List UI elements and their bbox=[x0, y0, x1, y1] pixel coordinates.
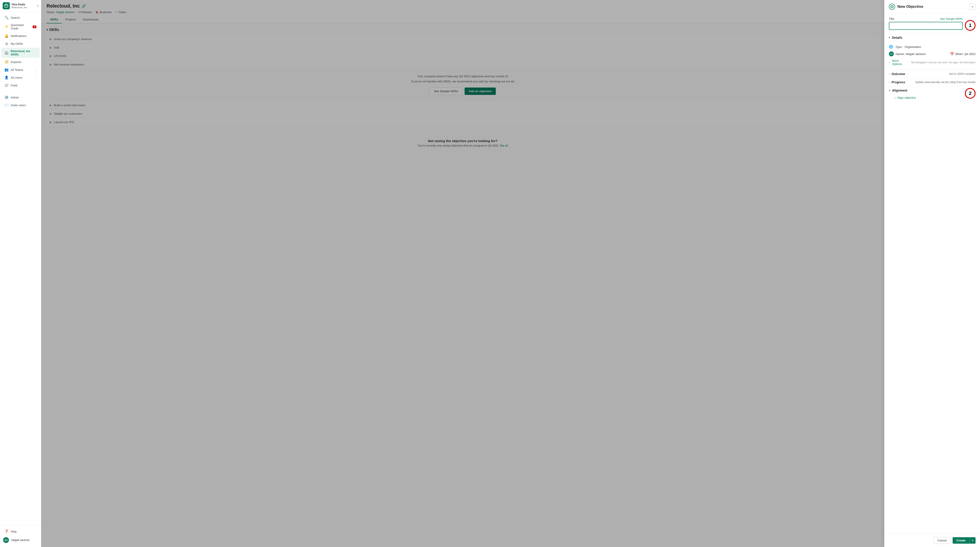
details-section-title: Details bbox=[892, 36, 975, 40]
type-label: Type: bbox=[896, 45, 902, 49]
help-icon: ❓ bbox=[5, 530, 8, 533]
outcome-right: Get to 100% complete bbox=[949, 72, 975, 75]
panel-title: New Objective bbox=[897, 5, 967, 9]
annotation-1: 1 bbox=[965, 20, 975, 31]
create-dropdown-button[interactable]: ▾ bbox=[969, 537, 975, 544]
search-icon: 🔍 bbox=[5, 16, 8, 20]
explorer-icon: 🧭 bbox=[5, 60, 8, 64]
sidebar-label-help: Help bbox=[11, 530, 37, 533]
main-overlay bbox=[41, 0, 884, 547]
create-button-group: Create ▾ bbox=[953, 537, 975, 544]
sidebar-label-search: Search bbox=[11, 16, 37, 19]
sidebar-item-myokrs[interactable]: ◎ My OKRs bbox=[2, 40, 40, 48]
quickstart-badge: 4 bbox=[32, 25, 37, 28]
sidebar-label-myokrs: My OKRs bbox=[11, 42, 37, 45]
sidebar-label-relecloud: Relecloud, Inc OKRs bbox=[11, 49, 37, 56]
sidebar-item-notifications[interactable]: 🔔 Notifications bbox=[2, 32, 40, 40]
progress-section-title: Progress bbox=[892, 80, 913, 84]
alignment-chevron-icon: ▾ bbox=[889, 89, 890, 92]
alignment-section-title: Alignment bbox=[892, 89, 963, 92]
title-field-label: Title bbox=[889, 17, 894, 21]
main-content: Relecloud, Inc 🔗 Owner: Abigail Jackson … bbox=[41, 0, 884, 547]
quickstart-icon: ⚡ bbox=[5, 25, 8, 29]
relecloud-icon: 🏢 bbox=[5, 51, 8, 55]
see-samples-link[interactable]: See Sample OKRs bbox=[940, 17, 963, 21]
title-input[interactable] bbox=[889, 22, 963, 30]
allusers-icon: 👤 bbox=[5, 75, 8, 80]
app-name: Viva Goals bbox=[11, 3, 35, 6]
progress-chevron-icon: › bbox=[889, 81, 890, 84]
admin-icon: ⚙️ bbox=[5, 95, 8, 99]
title-field-row: Title See Sample OKRs bbox=[889, 17, 963, 21]
type-row: 🌐 Type: Organization bbox=[889, 43, 975, 50]
calendar-icon: 📅 bbox=[950, 52, 954, 56]
more-options-chevron-icon: › bbox=[889, 61, 890, 64]
explorer-chevron-icon: › bbox=[36, 61, 37, 63]
alignment-annotation-wrapper: ▾ Alignment ↑ Align objective 2 bbox=[889, 86, 975, 100]
panel-close-button[interactable]: × bbox=[969, 3, 975, 10]
svg-point-0 bbox=[5, 4, 8, 8]
svg-point-1 bbox=[891, 5, 893, 8]
align-link-label: Align objective bbox=[897, 96, 916, 99]
sidebar: Viva Goals Relecloud, Inc ▾ 🔍 Search ⚡ Q… bbox=[0, 0, 41, 547]
sidebar-label-explorer: Explorer bbox=[11, 60, 33, 64]
outcome-section-header[interactable]: › Outcome Get to 100% complete bbox=[889, 70, 975, 78]
svg-point-2 bbox=[892, 7, 892, 8]
outcome-chevron-icon: › bbox=[889, 72, 890, 75]
allteams-chevron-icon: › bbox=[36, 68, 37, 71]
when-label: When: Q4 2022 bbox=[955, 52, 975, 56]
allusers-chevron-icon: › bbox=[36, 76, 37, 79]
sidebar-item-feed[interactable]: 📰 Feed bbox=[2, 81, 40, 89]
align-content: ↑ Align objective bbox=[889, 94, 963, 100]
sidebar-item-inviteusers[interactable]: ✉️ Invite Users bbox=[2, 101, 40, 109]
myokrs-icon: ◎ bbox=[5, 41, 8, 46]
panel-header: New Objective × bbox=[885, 0, 980, 14]
align-objective-link[interactable]: ↑ Align objective bbox=[894, 96, 963, 100]
sidebar-header[interactable]: Viva Goals Relecloud, Inc ▾ bbox=[0, 0, 41, 12]
inviteusers-icon: ✉️ bbox=[5, 103, 8, 107]
globe-icon: 🌐 bbox=[889, 45, 893, 49]
new-objective-panel: New Objective × Title See Sample OKRs 1 … bbox=[884, 0, 980, 547]
sidebar-item-help[interactable]: ❓ Help bbox=[2, 528, 40, 535]
cancel-button[interactable]: Cancel bbox=[933, 537, 951, 544]
sidebar-item-quickstart[interactable]: ⚡ Quickstart Guide 4 bbox=[2, 22, 40, 32]
sidebar-item-relecloud-okrs[interactable]: 🏢 Relecloud, Inc OKRs bbox=[2, 48, 40, 58]
sidebar-footer: ❓ Help AJ Abigail Jackson bbox=[0, 525, 41, 547]
details-section-header[interactable]: ▾ Details bbox=[889, 33, 975, 41]
details-chevron-icon: ▾ bbox=[889, 36, 890, 39]
title-annotation-wrapper: Title See Sample OKRs 1 bbox=[889, 17, 975, 33]
sidebar-item-search[interactable]: 🔍 Search bbox=[2, 14, 40, 21]
sidebar-user[interactable]: AJ Abigail Jackson bbox=[0, 536, 41, 545]
sidebar-item-allteams[interactable]: 👥 All Teams › bbox=[2, 66, 40, 73]
panel-body: Title See Sample OKRs 1 ▾ Details 🌐 Type… bbox=[885, 14, 980, 534]
more-options-label: More Options bbox=[892, 59, 909, 66]
details-content: 🌐 Type: Organization AJ Owner: Abigail J… bbox=[889, 41, 975, 70]
allteams-icon: 👥 bbox=[5, 68, 8, 72]
sidebar-expand-icon: ▾ bbox=[37, 5, 38, 7]
progress-right: Update automatically via the rollup from… bbox=[915, 81, 975, 84]
panel-title-icon bbox=[889, 3, 895, 10]
sidebar-label-quickstart: Quickstart Guide bbox=[11, 23, 30, 30]
sidebar-label-notifications: Notifications bbox=[11, 34, 37, 38]
sidebar-label-feed: Feed bbox=[11, 84, 37, 87]
progress-section-header[interactable]: › Progress Update automatically via the … bbox=[889, 78, 975, 86]
user-name: Abigail Jackson bbox=[11, 539, 30, 542]
sidebar-nav: 🔍 Search ⚡ Quickstart Guide 4 🔔 Notifica… bbox=[0, 12, 41, 525]
create-button[interactable]: Create bbox=[953, 537, 969, 544]
type-value: Organization bbox=[905, 45, 921, 49]
annotation-2: 2 bbox=[965, 88, 975, 99]
app-logo bbox=[3, 2, 10, 10]
more-options-row[interactable]: › More Options Not delegated • Anyone ca… bbox=[889, 58, 975, 67]
owner-label: Owner: Abigail Jackson bbox=[896, 52, 926, 56]
sidebar-item-admin[interactable]: ⚙️ Admin bbox=[2, 94, 40, 101]
owner-avatar: AJ bbox=[889, 51, 894, 56]
sidebar-label-allusers: All Users bbox=[11, 76, 33, 79]
sidebar-item-explorer[interactable]: 🧭 Explorer › bbox=[2, 58, 40, 66]
outcome-section-title: Outcome bbox=[892, 72, 947, 76]
owner-row: AJ Owner: Abigail Jackson 📅 When: Q4 202… bbox=[889, 50, 975, 58]
alignment-section-header[interactable]: ▾ Alignment bbox=[889, 86, 963, 94]
sidebar-item-allusers[interactable]: 👤 All Users › bbox=[2, 74, 40, 81]
align-up-icon: ↑ bbox=[894, 96, 896, 100]
feed-icon: 📰 bbox=[5, 83, 8, 87]
notifications-icon: 🔔 bbox=[5, 34, 8, 38]
